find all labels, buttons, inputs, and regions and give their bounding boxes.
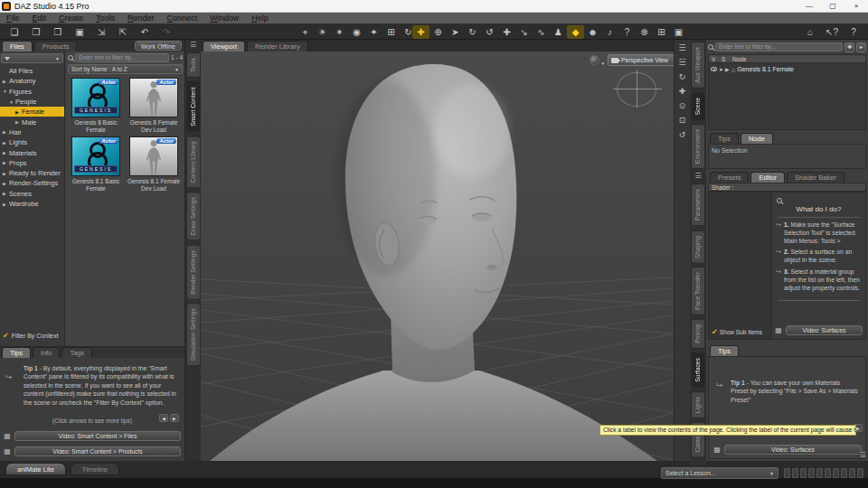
asset-thumbnail[interactable]: Actor (129, 78, 178, 117)
tree-item[interactable]: ▶ Wardrobe (0, 199, 64, 209)
maximize-button[interactable]: ▢ (821, 0, 844, 13)
work-offline-button[interactable]: Work Offline (135, 41, 182, 51)
tree-arrow-icon[interactable]: ▶ (3, 181, 9, 186)
tree-item[interactable]: ▶ Lights (0, 137, 64, 147)
tree-arrow-icon[interactable]: ▶ (15, 119, 22, 125)
menu-item[interactable]: Window (203, 13, 245, 24)
whats-this-icon[interactable]: ↖? (821, 25, 843, 39)
animate-control-button[interactable] (792, 468, 798, 478)
open-file-icon[interactable]: ❐ (25, 25, 47, 39)
drawstyle-sphere-icon[interactable] (590, 55, 599, 65)
tree-item[interactable]: ▶ Scenes (0, 189, 64, 199)
viewport-3d-area[interactable]: Perspective View ▼ (201, 52, 674, 461)
category-filter-dropdown[interactable]: ▼ (1, 53, 63, 63)
render-settings-icon[interactable]: ▣ (670, 25, 687, 39)
bottom-dock-tab[interactable]: Timeline (71, 463, 119, 475)
tree-arrow-icon[interactable]: ▶ (3, 202, 9, 207)
dock-tab-vertical[interactable]: Scene (691, 92, 705, 120)
animate-control-button[interactable] (784, 468, 790, 478)
dock-tab-vertical[interactable]: Shaping (691, 230, 705, 264)
tips-tab[interactable]: Tags (61, 347, 92, 358)
scene-add-button[interactable]: ✚ (844, 42, 854, 52)
menu-item[interactable]: Create (52, 13, 90, 24)
surfaces-panel-tab[interactable]: Editor (750, 172, 785, 183)
tree-item[interactable]: ▼ People (0, 97, 64, 107)
camera-add-icon[interactable]: ⊞ (653, 25, 670, 39)
dock-tab-vertical[interactable]: Posing (691, 319, 705, 349)
dock-menu-icon[interactable]: ☰ (190, 40, 196, 51)
scale-tool-icon[interactable]: ↘ (515, 25, 533, 39)
tree-item[interactable]: ▶ Female (0, 107, 64, 117)
redo-icon[interactable]: ↷ (156, 25, 177, 39)
zoom-icon[interactable]: ⊙ (679, 99, 686, 113)
rotate-tool-icon[interactable]: ↻ (464, 25, 481, 39)
dock-menu-icon[interactable]: ☰ (860, 451, 866, 459)
animate-control-button[interactable] (849, 468, 855, 478)
save-icon[interactable]: ▣ (69, 25, 90, 39)
Genesis 8 Basic Female[interactable]: Actor GENESIS (67, 78, 125, 135)
active-pose-tool-icon[interactable]: ↺ (481, 25, 498, 39)
tips-tab[interactable]: Info (33, 347, 61, 358)
pane-dock-icon[interactable]: ☱ (678, 55, 685, 70)
scene-filter-input[interactable]: Enter text to filter by... (715, 42, 843, 52)
new-file-icon[interactable]: ❏ (4, 25, 25, 39)
animate-control-button[interactable] (833, 468, 839, 478)
reset-view-icon[interactable]: ↺ (679, 127, 686, 142)
tree-arrow-icon[interactable]: ▶ (3, 150, 9, 155)
scene-expand-button[interactable]: ▸ (856, 42, 866, 52)
selectability-cursor-icon[interactable]: ➤ (719, 66, 723, 72)
figure-setup-tool-icon[interactable]: ♟ (550, 25, 567, 39)
asset-thumbnail[interactable]: Actor GENESIS (71, 136, 120, 176)
create-distant-light-icon[interactable]: ☀ (314, 25, 331, 39)
tree-arrow-icon[interactable]: ▼ (9, 99, 15, 105)
tree-item[interactable]: ▶ Ready to Render (0, 168, 64, 178)
tree-item[interactable]: ▶ Male (0, 117, 64, 127)
scene-node-label[interactable]: Genesis 8.1 Female (737, 66, 794, 72)
scene-navigator-tool-icon[interactable]: ✚ (412, 25, 429, 39)
tree-arrow-icon[interactable]: ▶ (3, 140, 9, 145)
tree-arrow-icon[interactable]: ▶ (15, 109, 22, 115)
material-group-list[interactable]: ✔ Show Sub Items (709, 192, 772, 339)
show-sub-items-checkbox[interactable]: ✔ Show Sub Items (712, 328, 762, 336)
viewport-tab[interactable]: Render Library (247, 41, 308, 52)
lesson-select-dropdown[interactable]: Select a Lesson... ▼ (661, 467, 778, 479)
next-tip-button[interactable]: ▶ (170, 414, 179, 422)
dock-tab-vertical[interactable]: Content Library (186, 136, 201, 188)
tree-item[interactable]: ▶ Props (0, 158, 64, 168)
create-spotlight-icon[interactable]: ◉ (348, 25, 365, 39)
animate-control-button[interactable] (841, 468, 847, 478)
menu-item[interactable]: Help (245, 13, 275, 24)
create-point-light-icon[interactable]: ✶ (331, 25, 348, 39)
dock-tab-vertical[interactable]: Render Settings (186, 245, 201, 300)
pane-tab[interactable]: Files (2, 41, 33, 52)
daz-store-icon[interactable]: ⌂ (799, 25, 821, 39)
animate-control-button[interactable] (825, 468, 831, 478)
close-button[interactable]: × (844, 0, 868, 13)
surfaces-panel-tab[interactable]: Presets (710, 172, 749, 183)
filter-search-input[interactable]: Enter text to filter by... (75, 53, 169, 62)
tree-item[interactable]: ▶ Render-Settings (0, 178, 64, 188)
dock-tab-vertical[interactable]: Simulation Settings (186, 303, 201, 366)
node-connection-tool-icon[interactable]: ∿ (533, 25, 550, 39)
Genesis 8 Female Dev Load[interactable]: Actor (125, 78, 183, 135)
menu-item[interactable]: Tools (90, 13, 121, 24)
pane-menu-icon[interactable]: ☰ (678, 41, 685, 55)
tree-item[interactable]: ▶ Hair (0, 127, 64, 137)
dock-tab-vertical[interactable]: Surfaces (691, 352, 705, 388)
create-camera-icon[interactable]: ⌖ (297, 25, 314, 39)
menu-item[interactable]: Render (121, 13, 161, 24)
tips-tab[interactable]: Tips (2, 347, 31, 358)
animate-control-button[interactable] (857, 468, 863, 478)
animate-control-button[interactable] (808, 468, 815, 478)
tree-arrow-icon[interactable]: ▶ (3, 79, 9, 84)
menu-item[interactable]: File (0, 13, 26, 24)
video-surfaces-button[interactable]: Video: Surfaces (786, 325, 863, 335)
menu-item[interactable]: Edit (26, 13, 53, 24)
pane-tab[interactable]: Products (34, 41, 78, 52)
tree-arrow-icon[interactable]: ▶ (3, 171, 9, 176)
menu-item[interactable]: Connect (161, 13, 204, 24)
frame-icon[interactable]: ⊡ (679, 113, 686, 127)
minimize-button[interactable]: — (797, 0, 821, 13)
universal-tool-icon[interactable]: ⊕ (429, 25, 447, 39)
tree-arrow-icon[interactable]: ▶ (3, 191, 9, 196)
